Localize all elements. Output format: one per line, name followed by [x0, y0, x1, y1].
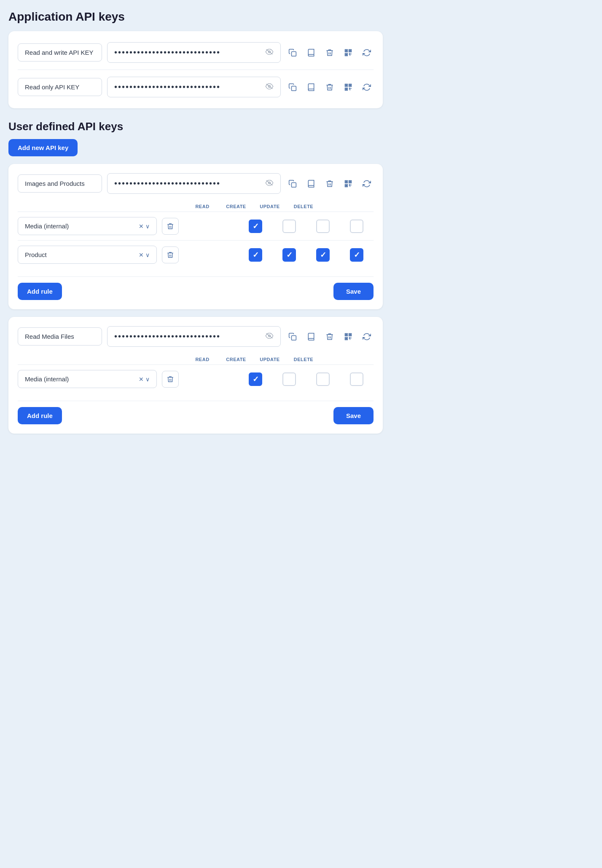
media-update-cell-2	[306, 372, 340, 386]
images-products-qr-button[interactable]	[341, 177, 355, 190]
read-only-key-dots: ••••••••••••••••••••••••••••	[114, 82, 262, 92]
media-create-cell-2	[272, 372, 306, 386]
svg-rect-15	[346, 85, 347, 86]
svg-rect-35	[346, 338, 347, 339]
rule-media-checkboxes-2	[239, 372, 374, 386]
perm-header-create-2: CREATE	[219, 357, 253, 362]
media-delete-checkbox-1[interactable]	[350, 220, 363, 233]
read-media-files-action-bar: Add rule Save	[18, 401, 374, 424]
read-media-files-save-button[interactable]: Save	[333, 407, 374, 424]
svg-rect-20	[292, 182, 296, 187]
read-only-qr-button[interactable]	[341, 80, 355, 94]
product-create-checkbox-1[interactable]	[282, 248, 296, 262]
rule-media-controls-2: ✕ ∨	[139, 376, 150, 383]
user-api-keys-title: User defined API keys	[8, 120, 383, 133]
product-update-cell-1	[306, 248, 340, 262]
read-write-eye-icon[interactable]	[265, 48, 274, 57]
images-products-key-name: Images and Products	[18, 174, 102, 193]
read-media-files-delete-button[interactable]	[323, 330, 336, 343]
product-delete-checkbox-1[interactable]	[350, 248, 363, 262]
rule-media-chevron-icon-2[interactable]: ∨	[145, 376, 150, 383]
images-products-permissions: READ CREATE UPDATE DELETE Media (interna…	[18, 204, 374, 269]
images-products-docs-button[interactable]	[304, 177, 318, 190]
read-only-copy-button[interactable]	[286, 80, 299, 94]
svg-rect-17	[346, 88, 347, 90]
images-products-save-button[interactable]: Save	[333, 283, 374, 300]
product-read-checkbox-1[interactable]	[249, 248, 262, 262]
rule-product-chevron-icon-1[interactable]: ∨	[145, 252, 150, 258]
media-create-checkbox-1[interactable]	[282, 220, 296, 233]
read-write-api-key-row: Read and write API KEY •••••••••••••••••…	[18, 39, 374, 66]
media-delete-checkbox-2[interactable]	[350, 372, 363, 386]
read-media-files-key-name: Read Media Files	[18, 327, 102, 346]
svg-rect-16	[349, 85, 351, 86]
read-media-files-eye-icon[interactable]	[265, 332, 274, 341]
media-read-checkbox-1[interactable]	[249, 220, 262, 233]
svg-rect-8	[346, 54, 347, 55]
images-products-add-rule-button[interactable]: Add rule	[18, 283, 62, 300]
svg-rect-2	[292, 51, 296, 56]
rule-media-close-icon-2[interactable]: ✕	[139, 376, 144, 383]
rule-media-internal-name-1: Media (internal) ✕ ∨	[18, 217, 157, 235]
rule-product-delete-btn-1[interactable]	[162, 246, 179, 263]
images-products-copy-button[interactable]	[286, 177, 299, 190]
read-write-key-name: Read and write API KEY	[18, 43, 102, 62]
rule-media-internal-name-2: Media (internal) ✕ ∨	[18, 370, 157, 388]
media-read-checkbox-2[interactable]	[249, 372, 262, 386]
read-write-refresh-button[interactable]	[360, 46, 374, 59]
read-media-files-qr-button[interactable]	[341, 330, 355, 343]
images-products-refresh-button[interactable]	[360, 177, 374, 190]
product-update-checkbox-1[interactable]	[316, 248, 330, 262]
images-products-key-dots: ••••••••••••••••••••••••••••	[114, 179, 262, 188]
svg-rect-34	[349, 334, 351, 335]
images-products-action-bar: Add rule Save	[18, 276, 374, 300]
rule-product-close-icon-1[interactable]: ✕	[139, 252, 144, 258]
read-media-files-key-value: ••••••••••••••••••••••••••••	[107, 326, 281, 347]
read-media-permissions: READ CREATE UPDATE DELETE Media (interna…	[18, 357, 374, 393]
rule-media-internal-label-1: Media (internal)	[25, 222, 69, 230]
read-only-api-key-row: Read only API KEY ••••••••••••••••••••••…	[18, 70, 374, 101]
images-products-eye-icon[interactable]	[265, 179, 274, 188]
media-delete-cell-2	[340, 372, 374, 386]
rule-media-controls-1: ✕ ∨	[139, 223, 150, 230]
svg-rect-33	[346, 334, 347, 335]
rule-media-internal-2: Media (internal) ✕ ∨	[18, 364, 374, 393]
media-create-checkbox-2[interactable]	[282, 372, 296, 386]
images-products-key-value: ••••••••••••••••••••••••••••	[107, 173, 281, 194]
read-media-files-key-card: Read Media Files •••••••••••••••••••••••…	[8, 317, 383, 434]
rule-media-close-icon-1[interactable]: ✕	[139, 223, 144, 230]
rule-media-delete-btn-1[interactable]	[162, 218, 179, 235]
rule-media-chevron-icon-1[interactable]: ∨	[145, 223, 150, 230]
media-update-checkbox-2[interactable]	[316, 372, 330, 386]
images-products-delete-button[interactable]	[323, 177, 336, 190]
product-read-cell-1	[239, 248, 272, 262]
read-media-files-copy-button[interactable]	[286, 330, 299, 343]
read-write-docs-button[interactable]	[304, 46, 318, 59]
svg-rect-7	[349, 50, 351, 51]
media-update-checkbox-1[interactable]	[316, 220, 330, 233]
images-products-key-card: Images and Products ••••••••••••••••••••…	[8, 164, 383, 309]
svg-rect-26	[346, 185, 347, 186]
read-write-delete-button[interactable]	[323, 46, 336, 59]
media-read-cell-1	[239, 220, 272, 233]
add-new-api-key-button[interactable]: Add new API key	[8, 139, 78, 156]
product-create-cell-1	[272, 248, 306, 262]
read-write-copy-button[interactable]	[286, 46, 299, 59]
rule-media-delete-btn-2[interactable]	[162, 371, 179, 388]
svg-rect-29	[292, 335, 296, 340]
read-only-docs-button[interactable]	[304, 80, 318, 94]
perm-header-read-1: READ	[185, 204, 219, 209]
read-only-refresh-button[interactable]	[360, 80, 374, 94]
images-products-key-row: Images and Products ••••••••••••••••••••…	[18, 173, 374, 197]
read-media-files-docs-button[interactable]	[304, 330, 318, 343]
read-only-key-value: ••••••••••••••••••••••••••••	[107, 77, 281, 97]
read-write-qr-button[interactable]	[341, 46, 355, 59]
product-delete-cell-1	[340, 248, 374, 262]
read-only-eye-icon[interactable]	[265, 83, 274, 91]
perm-header-delete-2: DELETE	[287, 357, 320, 362]
read-media-files-add-rule-button[interactable]: Add rule	[18, 407, 62, 424]
read-only-delete-button[interactable]	[323, 80, 336, 94]
media-read-cell-2	[239, 372, 272, 386]
perm-headers-row-1: READ CREATE UPDATE DELETE	[18, 204, 374, 212]
read-media-files-refresh-button[interactable]	[360, 330, 374, 343]
